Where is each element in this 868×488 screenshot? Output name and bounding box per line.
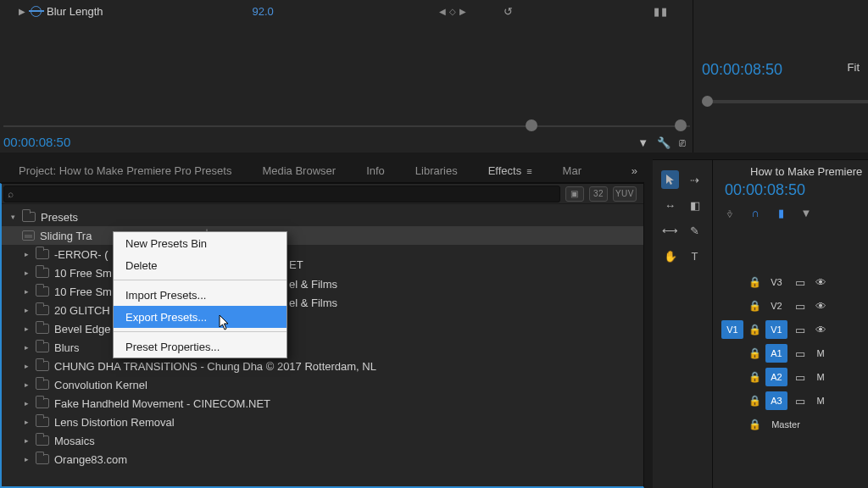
twirl-right-icon[interactable]: ▸ xyxy=(22,418,31,426)
track-v2[interactable]: 🔒V2▭👁 xyxy=(713,294,868,318)
ripple-edit-tool[interactable]: ↔ xyxy=(661,196,679,214)
twirl-right-icon[interactable]: ▸ xyxy=(22,362,31,370)
folder-icon xyxy=(36,305,49,315)
twirl-right-icon[interactable]: ▸ xyxy=(22,269,31,277)
add-keyframe-icon[interactable]: ◇ xyxy=(449,7,456,16)
tab-project[interactable]: Project: How to Make Premiere Pro Preset… xyxy=(3,159,247,183)
marker-icon[interactable]: ▼ xyxy=(799,206,813,219)
tree-row[interactable]: ▸Mosaics xyxy=(2,431,643,450)
reset-icon[interactable]: ↺ xyxy=(504,5,513,18)
lock-icon[interactable]: 🔒 xyxy=(748,276,760,288)
property-value[interactable]: 92.0 xyxy=(253,5,274,18)
razor-tool[interactable]: ◧ xyxy=(686,196,704,214)
search-input[interactable]: ⌕ xyxy=(3,186,560,202)
timecode[interactable]: 00:00:08:50 xyxy=(3,135,70,149)
twirl-right-icon[interactable]: ▸ xyxy=(22,306,31,314)
twirl-right-icon[interactable]: ▸ xyxy=(22,250,31,258)
timeline-slider[interactable] xyxy=(0,119,693,132)
toggle-output-icon[interactable]: ▭ xyxy=(793,324,808,336)
tab-effects[interactable]: Effects≡ xyxy=(473,159,548,183)
tree-row[interactable]: ▸Lens Distortion Removal xyxy=(2,413,643,431)
twirl-right-icon[interactable]: ▸ xyxy=(22,399,31,408)
toggle-output-icon[interactable]: ▭ xyxy=(793,300,808,313)
mute-button[interactable]: M xyxy=(813,396,828,406)
eye-icon[interactable]: 👁 xyxy=(813,276,828,289)
twirl-right-icon[interactable]: ▸ xyxy=(22,287,31,296)
out-marker-icon[interactable]: ▮ xyxy=(661,5,667,18)
track-v1[interactable]: V1🔒V1▭👁 xyxy=(713,318,868,341)
mute-button[interactable]: M xyxy=(813,348,828,358)
accel-filter-icon[interactable]: ▣ xyxy=(565,186,584,202)
track-v3[interactable]: 🔒V3▭👁 xyxy=(713,270,868,294)
eye-icon[interactable]: 👁 xyxy=(813,300,828,313)
track-a3[interactable]: 🔒A3▭M xyxy=(713,389,868,413)
tree-row[interactable]: ▸Orange83.com xyxy=(2,450,643,469)
program-slider[interactable] xyxy=(702,100,868,103)
lock-icon[interactable]: 🔒 xyxy=(748,371,760,383)
tree-row[interactable]: ▸Blurs xyxy=(2,338,643,357)
tab-info[interactable]: Info xyxy=(351,159,400,183)
tab-libraries[interactable]: Libraries xyxy=(400,159,473,183)
tree-row[interactable]: ▸Convolution Kernel xyxy=(2,375,643,394)
type-tool[interactable]: T xyxy=(686,247,704,265)
mute-button[interactable]: M xyxy=(813,372,828,382)
twirl-right-icon[interactable]: ▸ xyxy=(22,455,31,463)
track-a1[interactable]: 🔒A1▭M xyxy=(713,341,868,365)
tab-markers[interactable]: Mar xyxy=(548,159,597,183)
slip-tool[interactable]: ⟷ xyxy=(661,221,679,240)
wrench-icon[interactable]: 🔧 xyxy=(657,136,670,149)
lock-icon[interactable]: 🔒 xyxy=(748,300,760,312)
toggle-output-icon[interactable]: ▭ xyxy=(793,347,808,360)
twirl-down-icon[interactable]: ▾ xyxy=(8,213,17,221)
menu-export-presets[interactable]: Export Presets... xyxy=(114,306,287,328)
twirl-right-icon[interactable]: ▸ xyxy=(22,324,31,333)
toggle-output-icon[interactable]: ▭ xyxy=(793,371,808,384)
track-select-tool[interactable]: ⇢ xyxy=(686,170,704,189)
funnel-icon[interactable]: ▼ xyxy=(637,136,648,149)
32bit-filter[interactable]: 32 xyxy=(589,186,608,202)
tree-row-selected[interactable]: Sliding Tra xyxy=(2,226,643,245)
tabs-overflow-icon[interactable]: » xyxy=(625,164,644,177)
folder-icon xyxy=(22,212,36,222)
linked-selection-icon[interactable]: ▮ xyxy=(774,206,787,219)
twirl-right-icon[interactable]: ▸ xyxy=(22,343,31,352)
tree-row[interactable]: ▸Bevel Edge xyxy=(2,319,643,338)
program-timecode[interactable]: 00:00:08:50 xyxy=(702,61,782,79)
toggle-output-icon[interactable]: ▭ xyxy=(793,276,808,289)
yuv-filter[interactable]: YUV xyxy=(613,186,637,202)
in-marker-icon[interactable]: ▮ xyxy=(654,5,659,18)
pen-tool[interactable]: ✎ xyxy=(686,221,704,240)
snap-icon[interactable]: ∩ xyxy=(748,206,762,219)
next-keyframe-icon[interactable]: ▶ xyxy=(459,7,466,16)
menu-new-presets-bin[interactable]: New Presets Bin xyxy=(114,232,287,254)
twirl-right-icon[interactable]: ▸ xyxy=(22,380,31,389)
tab-media-browser[interactable]: Media Browser xyxy=(247,159,351,183)
lock-icon[interactable]: 🔒 xyxy=(748,324,760,336)
lock-icon[interactable]: 🔒 xyxy=(748,419,760,430)
eye-icon[interactable]: 👁 xyxy=(813,324,828,336)
snap-icon[interactable]: ⎚ xyxy=(679,136,686,149)
timeline-timecode[interactable]: 00:00:08:50 xyxy=(713,178,868,199)
lock-icon[interactable]: 🔒 xyxy=(748,347,760,359)
insert-mode-icon[interactable]: ⎀ xyxy=(723,206,737,219)
menu-delete[interactable]: Delete xyxy=(114,254,287,276)
tree-row[interactable]: ▸Fake Handheld Movement - CINECOM.NET xyxy=(2,394,643,413)
source-patch-v1[interactable]: V1 xyxy=(721,320,743,339)
disclosure-caret-icon[interactable]: ▶ xyxy=(19,7,25,16)
tree-row[interactable]: ▸CHUNG DHA TRANSITIONS - Chung Dha © 201… xyxy=(2,357,643,375)
track-a2[interactable]: 🔒A2▭M xyxy=(713,365,868,389)
prev-keyframe-icon[interactable]: ◀ xyxy=(439,7,446,16)
track-master[interactable]: 🔒Master xyxy=(713,413,868,436)
hand-tool[interactable]: ✋ xyxy=(661,247,679,265)
zoom-fit[interactable]: Fit xyxy=(848,61,860,74)
hamburger-icon[interactable]: ≡ xyxy=(526,159,531,183)
menu-preset-properties[interactable]: Preset Properties... xyxy=(114,336,287,358)
toggle-output-icon[interactable]: ▭ xyxy=(793,395,808,408)
tree-row-presets[interactable]: ▾ Presets xyxy=(2,208,643,226)
menu-import-presets[interactable]: Import Presets... xyxy=(114,284,287,306)
twirl-right-icon[interactable]: ▸ xyxy=(22,436,31,445)
stopwatch-icon[interactable] xyxy=(31,6,42,17)
selection-tool[interactable] xyxy=(661,170,679,189)
tree-row[interactable]: ▸-ERROR- ( xyxy=(2,245,643,263)
lock-icon[interactable]: 🔒 xyxy=(748,395,760,407)
